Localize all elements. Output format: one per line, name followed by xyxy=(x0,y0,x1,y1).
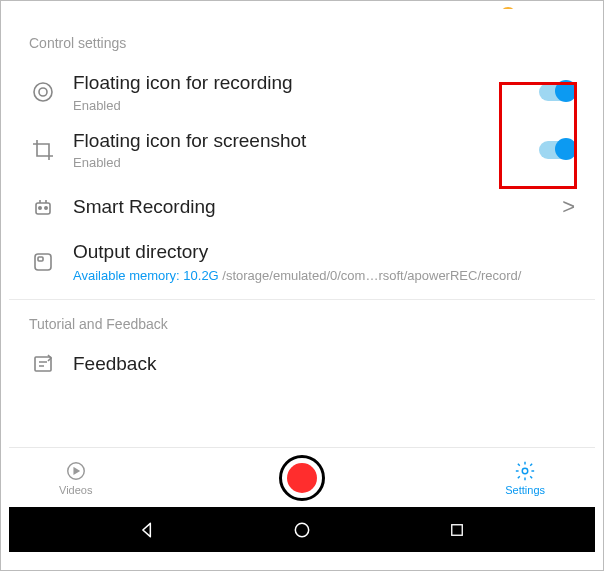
svg-point-3 xyxy=(39,207,41,209)
output-path: /storage/emulated/0/com…rsoft/apowerREC/… xyxy=(219,268,522,283)
settings-list: Control settings Floating icon for recor… xyxy=(9,9,595,447)
available-memory: Available memory: 10.2G xyxy=(73,268,219,283)
svg-point-0 xyxy=(34,83,52,101)
svg-point-10 xyxy=(295,523,308,536)
setting-title: Floating icon for screenshot xyxy=(73,129,523,154)
feedback-icon xyxy=(29,352,57,376)
toggle-floating-recording[interactable] xyxy=(539,83,575,101)
setting-title: Floating icon for recording xyxy=(73,71,523,96)
system-nav-bar xyxy=(9,507,595,552)
record-button[interactable] xyxy=(279,455,325,501)
nav-label: Videos xyxy=(59,484,92,496)
record-circle-icon xyxy=(29,80,57,104)
recent-apps-button[interactable] xyxy=(445,518,469,542)
record-dot-icon xyxy=(287,463,317,493)
svg-rect-6 xyxy=(38,257,43,261)
svg-point-1 xyxy=(39,88,47,96)
svg-point-9 xyxy=(522,468,528,474)
crop-icon xyxy=(29,138,57,162)
setting-title: Output directory xyxy=(73,240,575,265)
nav-videos[interactable]: Videos xyxy=(59,460,92,496)
setting-floating-recording[interactable]: Floating icon for recording Enabled xyxy=(9,65,595,123)
setting-feedback[interactable]: Feedback xyxy=(9,346,595,387)
home-button[interactable] xyxy=(290,518,314,542)
setting-title: Smart Recording xyxy=(73,195,546,220)
svg-rect-7 xyxy=(35,357,51,371)
back-button[interactable] xyxy=(135,518,159,542)
robot-icon xyxy=(29,195,57,219)
setting-smart-recording[interactable]: Smart Recording > xyxy=(9,180,595,234)
toggle-floating-screenshot[interactable] xyxy=(539,141,575,159)
setting-subtitle: Enabled xyxy=(73,155,523,170)
gear-icon xyxy=(514,460,536,482)
svg-point-4 xyxy=(45,207,47,209)
setting-output-directory[interactable]: Output directory Available memory: 10.2G… xyxy=(9,234,595,293)
nav-settings[interactable]: Settings xyxy=(505,460,545,496)
setting-floating-screenshot[interactable]: Floating icon for screenshot Enabled xyxy=(9,123,595,181)
chevron-right-icon: > xyxy=(562,194,575,220)
storage-icon xyxy=(29,250,57,274)
svg-rect-11 xyxy=(452,524,463,535)
section-header-control: Control settings xyxy=(9,27,595,65)
setting-subtitle: Enabled xyxy=(73,98,523,113)
play-circle-icon xyxy=(65,460,87,482)
section-header-tutorial: Tutorial and Feedback xyxy=(9,300,595,346)
setting-title: Feedback xyxy=(73,352,575,377)
nav-label: Settings xyxy=(505,484,545,496)
bottom-nav: Videos Settings xyxy=(9,447,595,507)
